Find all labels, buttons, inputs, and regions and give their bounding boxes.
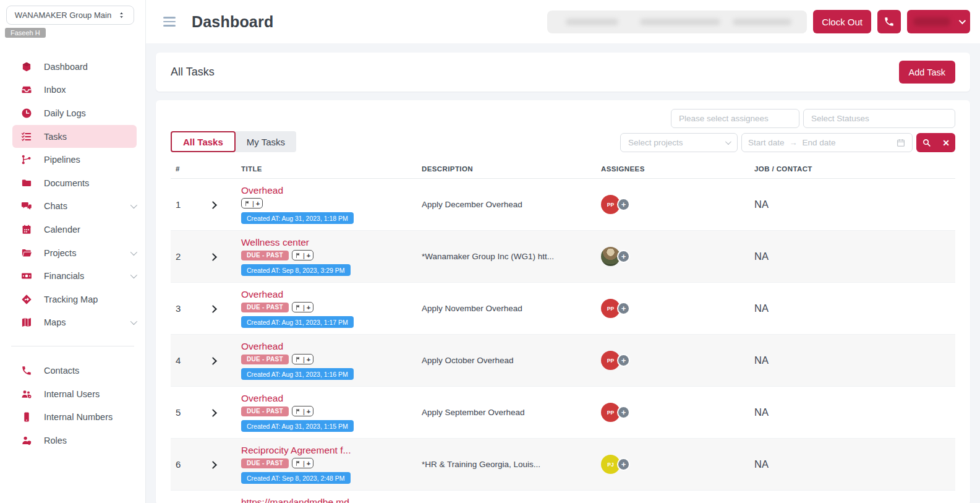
tab-my-tasks[interactable]: My Tasks [236, 131, 296, 152]
add-assignee-button[interactable]: + [617, 302, 630, 315]
chevron-down-icon [130, 248, 137, 255]
sidebar-item-projects[interactable]: Projects [0, 241, 145, 265]
expand-row-icon[interactable] [209, 201, 217, 209]
add-flag-icon: + [307, 304, 310, 311]
sidebar-item-label: Financials [44, 271, 84, 281]
sidebar-item-daily-logs[interactable]: Daily Logs [0, 101, 145, 125]
flag-icon [295, 304, 301, 311]
organization-select[interactable]: WANAMAKER Group Main [6, 6, 134, 25]
expand-row-icon[interactable] [209, 357, 217, 365]
sidebar-item-label: Daily Logs [44, 108, 86, 118]
flags-badge[interactable]: | + [292, 250, 313, 260]
sidebar-item-calender[interactable]: Calender [0, 218, 145, 241]
sidebar-item-label: Maps [44, 317, 66, 327]
task-title-link[interactable]: Overhead [241, 393, 412, 404]
sidebar-item-tracking-map[interactable]: Tracking Map [0, 288, 145, 311]
content-area: All Tasks Add Task All TasksMy Tasks Sel… [146, 43, 980, 503]
column-header: TITLE [236, 160, 417, 179]
flags-badge[interactable]: | + [241, 198, 263, 209]
table-row: 3 Overhead DUE - PAST | + Created AT: Au… [171, 283, 955, 335]
assignees-filter-input[interactable] [671, 109, 799, 128]
filters-row-top [171, 109, 955, 128]
phone-icon [884, 16, 895, 27]
sidebar-item-tasks[interactable]: Tasks [12, 125, 137, 148]
task-title-link[interactable]: Wellness center [241, 237, 412, 248]
flag-icon [295, 408, 301, 415]
arrow-right-icon: → [790, 138, 798, 147]
add-flag-icon: + [256, 200, 260, 207]
clock-out-button[interactable]: Clock Out [813, 10, 871, 33]
job-contact-value: NA [749, 491, 955, 503]
sidebar-item-internal-numbers[interactable]: Internal Numbers [0, 405, 145, 429]
date-range-filter[interactable]: Start date → End date [741, 133, 913, 152]
sidebar-item-financials[interactable]: Financials [0, 264, 145, 288]
due-past-badge: DUE - PAST [241, 458, 289, 468]
sidebar-item-label: Internal Numbers [44, 412, 113, 422]
topbar-actions: Clock Out [547, 10, 970, 33]
sidebar-item-label: Contacts [44, 366, 79, 376]
sidebar-item-label: Projects [44, 248, 76, 258]
column-header-expand [205, 160, 236, 179]
search-button[interactable] [916, 133, 937, 152]
dashboard-icon [21, 61, 32, 72]
created-at-badge: Created AT: Aug 31, 2023, 1:17 PM [241, 316, 354, 328]
close-icon: ✕ [942, 138, 950, 148]
sidebar-item-contacts[interactable]: Contacts [0, 359, 145, 382]
redacted-info-bar [547, 11, 807, 33]
sidebar-item-label: Tasks [44, 132, 67, 142]
flags-badge[interactable]: | + [292, 458, 313, 468]
task-title-link[interactable]: https://marylandmdbe.md... [241, 497, 412, 503]
add-assignee-button[interactable]: + [617, 406, 630, 419]
sidebar-item-roles[interactable]: Roles [0, 429, 145, 452]
sidebar-item-internal-users[interactable]: Internal Users [0, 382, 145, 406]
flags-badge[interactable]: | + [292, 354, 313, 364]
projects-filter-select[interactable]: Select projects [620, 133, 738, 152]
expand-row-icon[interactable] [209, 409, 217, 417]
task-description: *Wanamaker Group Inc (WG1) htt... [417, 231, 596, 283]
sidebar-item-pipelines[interactable]: Pipelines [0, 148, 145, 171]
flags-badge[interactable]: | + [292, 406, 313, 416]
task-number: 7 [171, 491, 205, 503]
phone-button[interactable] [877, 10, 901, 33]
created-at-badge: Created AT: Aug 31, 2023, 1:15 PM [241, 420, 354, 432]
add-assignee-button[interactable]: + [617, 250, 630, 263]
tasks-tabs: All TasksMy Tasks [171, 131, 296, 152]
sidebar-item-documents[interactable]: Documents [0, 171, 145, 195]
sidebar-item-label: Chats [44, 201, 67, 211]
expand-row-icon[interactable] [209, 253, 217, 261]
sidebar-nav: Dashboard Inbox Daily Logs Tasks Pipelin… [0, 55, 145, 452]
table-row: 1 Overhead | + Created AT: Aug 31, 2023,… [171, 179, 955, 231]
calendar-icon [21, 224, 32, 235]
sidebar-item-dashboard[interactable]: Dashboard [0, 55, 145, 79]
sidebar-item-label: Tracking Map [44, 294, 98, 304]
table-row: 4 Overhead DUE - PAST | + Created AT: Au… [171, 335, 955, 387]
add-assignee-button[interactable]: + [617, 354, 630, 367]
column-header: JOB / CONTACT [749, 160, 955, 179]
task-title-link[interactable]: Overhead [241, 341, 412, 352]
flags-badge[interactable]: | + [292, 302, 313, 312]
add-task-button[interactable]: Add Task [899, 61, 955, 84]
due-past-badge: DUE - PAST [241, 355, 289, 364]
up-down-arrows-icon [117, 11, 126, 19]
expand-row-icon[interactable] [209, 305, 217, 313]
statuses-filter-input[interactable] [803, 109, 955, 128]
table-row: 2 Wellness center DUE - PAST | + Created… [171, 231, 955, 283]
clear-filters-button[interactable]: ✕ [937, 133, 955, 152]
task-title-link[interactable]: Overhead [241, 289, 412, 300]
menu-toggle-icon[interactable] [163, 17, 176, 27]
task-title-link[interactable]: Overhead [241, 185, 412, 196]
add-assignee-button[interactable]: + [617, 458, 630, 471]
folder-icon [21, 178, 32, 189]
tab-all-tasks[interactable]: All Tasks [171, 131, 236, 152]
sidebar-item-chats[interactable]: Chats [0, 195, 145, 218]
user-menu-button[interactable] [907, 10, 970, 33]
created-at-badge: Created AT: Sep 8, 2023, 2:48 PM [241, 472, 351, 484]
pipeline-icon [21, 154, 32, 165]
sidebar-item-inbox[interactable]: Inbox [0, 79, 145, 102]
task-title-link[interactable]: Reciprocity Agreement f... [241, 445, 412, 456]
sidebar-item-maps[interactable]: Maps [0, 311, 145, 335]
expand-row-icon[interactable] [209, 461, 217, 469]
add-assignee-button[interactable]: + [617, 198, 630, 211]
sidebar-item-label: Documents [44, 178, 89, 188]
flag-icon [295, 356, 301, 363]
